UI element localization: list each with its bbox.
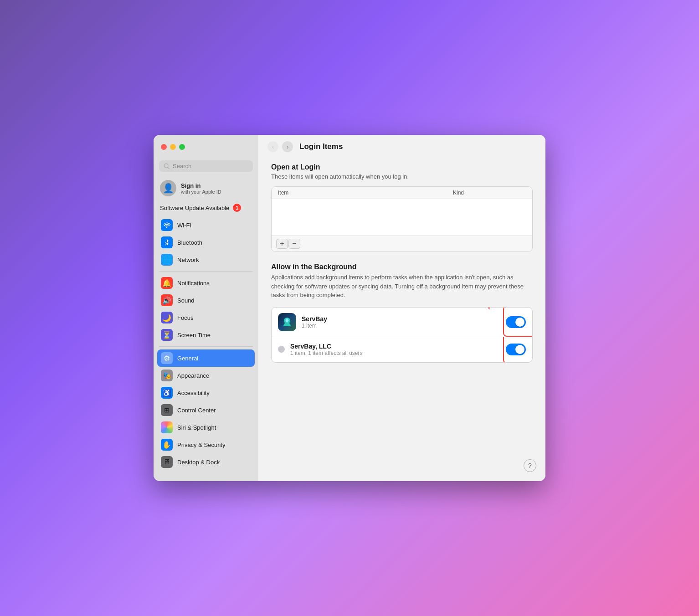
sidebar-item-label-screentime: Screen Time: [177, 332, 211, 339]
add-item-button[interactable]: +: [276, 239, 288, 249]
sidebar-item-notifications[interactable]: 🔔 Notifications: [157, 274, 255, 292]
sidebar-item-accessibility[interactable]: ♿ Accessibility: [157, 384, 255, 401]
avatar: 👤: [160, 180, 176, 196]
software-update-row[interactable]: Software Update Available 1: [154, 201, 258, 216]
sidebar-item-label-wifi: Wi-Fi: [177, 222, 191, 229]
sidebar-item-label-general: General: [177, 355, 198, 362]
sidebar-section-general: ⚙ General 🎭 Appearance ♿ Accessibility ⊞…: [154, 349, 258, 471]
privacy-icon: ✋: [161, 439, 173, 451]
table-header: Item Kind: [272, 187, 532, 199]
search-bar[interactable]: Search: [159, 160, 253, 172]
system-preferences-window: Search 👤 Sign in with your Apple ID Soft…: [154, 135, 545, 481]
sidebar-item-label-siri: Siri & Spotlight: [177, 424, 216, 431]
search-input[interactable]: Search: [173, 163, 248, 169]
titlebar: [154, 135, 258, 159]
screentime-icon: ⏳: [161, 329, 173, 341]
close-button[interactable]: [161, 144, 167, 150]
serv-bay-llc-name: ServBay, LLC: [290, 343, 500, 350]
remove-item-button[interactable]: −: [288, 239, 300, 249]
sidebar-item-bluetooth[interactable]: Bluetooth: [157, 234, 255, 251]
maximize-button[interactable]: [179, 144, 185, 150]
sidebar-item-label-desktop: Desktop & Dock: [177, 459, 220, 466]
allow-background-title: Allow in the Background: [271, 263, 533, 271]
network-icon: 🌐: [161, 254, 173, 266]
serv-bay-llc-icon: [278, 346, 285, 353]
sidebar-section-network: Wi-Fi Bluetooth 🌐 Network: [154, 216, 258, 268]
sign-in-title: Sign in: [181, 182, 221, 189]
sidebar-divider-2: [159, 346, 253, 347]
forward-button[interactable]: ›: [282, 141, 293, 152]
appearance-icon: 🎭: [161, 370, 173, 381]
serv-bay-icon: [278, 313, 296, 331]
sound-icon: 🔊: [161, 294, 173, 306]
sidebar-item-sound[interactable]: 🔊 Sound: [157, 292, 255, 309]
sidebar-item-label-network: Network: [177, 257, 199, 263]
sign-in-subtitle: with your Apple ID: [181, 189, 221, 195]
sidebar-item-wifi[interactable]: Wi-Fi: [157, 216, 255, 234]
sidebar-item-network[interactable]: 🌐 Network: [157, 251, 255, 268]
sidebar-item-desktop[interactable]: 🖥 Desktop & Dock: [157, 453, 255, 471]
desktop-icon: 🖥: [161, 456, 173, 468]
serv-bay-toggle-container: [506, 316, 526, 328]
help-button[interactable]: ?: [524, 459, 536, 472]
toggle-thumb: [515, 318, 524, 327]
sign-in-text: Sign in with your Apple ID: [181, 182, 221, 195]
main-titlebar: ‹ › Login Items: [258, 135, 545, 159]
sidebar-item-label-privacy: Privacy & Security: [177, 441, 225, 448]
app-row-serv-bay-llc: ServBay, LLC 1 item: 1 item affects all …: [272, 337, 532, 362]
wifi-icon: [161, 219, 173, 231]
table-body: [272, 199, 532, 236]
focus-icon: 🌙: [161, 312, 173, 323]
serv-bay-toggle[interactable]: [506, 316, 526, 328]
sidebar-divider-1: [159, 271, 253, 272]
table-footer: + −: [272, 236, 532, 252]
sidebar: Search 👤 Sign in with your Apple ID Soft…: [154, 135, 258, 481]
sidebar-item-label-notifications: Notifications: [177, 280, 210, 287]
app-row-serv-bay: ServBay 1 item: [272, 308, 532, 337]
main-content: ‹ › Login Items Open at Login These item…: [258, 135, 545, 481]
sidebar-item-privacy[interactable]: ✋ Privacy & Security: [157, 436, 255, 453]
software-update-label: Software Update Available: [160, 205, 229, 211]
sidebar-item-siri[interactable]: Siri & Spotlight: [157, 419, 255, 436]
toggle-track: [506, 316, 526, 328]
general-icon: ⚙: [161, 352, 173, 364]
sidebar-item-label-focus: Focus: [177, 314, 193, 321]
sidebar-item-label-controlcenter: Control Center: [177, 407, 216, 414]
open-at-login-title: Open at Login: [271, 163, 533, 171]
sign-in-row[interactable]: 👤 Sign in with your Apple ID: [154, 176, 258, 201]
serv-bay-llc-toggle-container: [506, 344, 526, 355]
update-badge: 1: [233, 204, 241, 212]
allow-background-section: Allow in the Background Applications add…: [271, 263, 533, 363]
toggle-track-2: [506, 344, 526, 355]
traffic-lights: [161, 144, 185, 150]
sidebar-item-focus[interactable]: 🌙 Focus: [157, 309, 255, 326]
bluetooth-icon: [161, 236, 173, 248]
sidebar-item-general[interactable]: ⚙ General: [157, 349, 255, 367]
serv-bay-sub: 1 item: [302, 323, 500, 329]
serv-bay-name: ServBay: [302, 315, 500, 323]
minimize-button[interactable]: [170, 144, 176, 150]
siri-icon: [161, 421, 173, 433]
svg-line-1: [168, 167, 169, 169]
serv-bay-llc-info: ServBay, LLC 1 item: 1 item affects all …: [290, 343, 500, 356]
controlcenter-icon: ⊞: [161, 404, 173, 416]
main-body: Open at Login These items will open auto…: [258, 159, 545, 481]
allow-background-desc: Applications add background items to per…: [271, 273, 533, 300]
serv-bay-info: ServBay 1 item: [302, 315, 500, 329]
svg-point-2: [286, 319, 288, 322]
back-button[interactable]: ‹: [267, 141, 278, 152]
sidebar-item-label-accessibility: Accessibility: [177, 390, 210, 396]
col-header-kind: Kind: [453, 190, 526, 196]
sidebar-item-controlcenter[interactable]: ⊞ Control Center: [157, 401, 255, 419]
serv-bay-llc-toggle[interactable]: [506, 344, 526, 355]
login-items-table: Item Kind + −: [271, 186, 533, 252]
sidebar-item-label-bluetooth: Bluetooth: [177, 239, 202, 246]
page-title: Login Items: [299, 142, 343, 151]
accessibility-icon: ♿: [161, 387, 173, 399]
serv-bay-llc-sub: 1 item: 1 item affects all users: [290, 350, 500, 356]
sidebar-item-label-appearance: Appearance: [177, 372, 209, 379]
person-icon: 👤: [163, 183, 174, 194]
notifications-icon: 🔔: [161, 277, 173, 289]
sidebar-item-appearance[interactable]: 🎭 Appearance: [157, 367, 255, 384]
sidebar-item-screentime[interactable]: ⏳ Screen Time: [157, 326, 255, 344]
